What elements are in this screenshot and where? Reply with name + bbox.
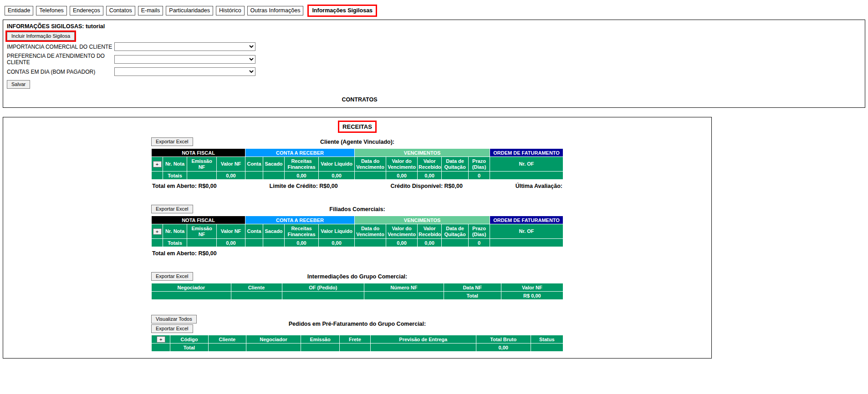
total-prazo-cell: 0	[469, 239, 490, 247]
cliente-summary-row: Total em Aberto: R$0,00 Limite de Crédit…	[151, 183, 563, 189]
ultima-avaliacao: Última Avaliação:	[516, 183, 562, 189]
tab-outras-informacoes[interactable]: Outras Informações	[247, 6, 304, 15]
col-header-negociador: Negociador	[152, 283, 231, 291]
col-header-sacado: Sacado	[263, 224, 284, 238]
group-header-vencimentos: VENCIMENTOS	[355, 149, 490, 157]
receitas-panel: RECEITAS Exportar Excel Cliente (Agente …	[3, 117, 712, 359]
total-cell	[152, 172, 163, 179]
total-valor-vencimento-cell: 0,00	[386, 172, 417, 179]
total-cell	[231, 292, 282, 299]
importancia-comercial-select[interactable]	[114, 42, 255, 51]
tab-emails[interactable]: E-mails	[138, 6, 163, 15]
filiados-section: Exportar Excel Filiados Comerciais: NOTA…	[151, 205, 563, 257]
total-valor-recebido-cell: 0,00	[418, 172, 441, 179]
tab-particularidades[interactable]: Particularidades	[166, 6, 213, 15]
col-header-valor-recebido: Valor Recebido	[418, 157, 441, 171]
total-cell	[152, 292, 231, 299]
exportar-excel-button[interactable]: Exportar Excel	[151, 272, 193, 281]
filiados-section-head: Exportar Excel Filiados Comerciais:	[151, 205, 563, 213]
col-header-valor-recebido: Valor Recebido	[418, 224, 441, 238]
contas-em-dia-select[interactable]	[114, 67, 255, 76]
pedidos-section-head: Visualizar Todos Exportar Excel Pedidos …	[151, 316, 563, 332]
tab-informacoes-sigilosas[interactable]: Informações Sigilosas	[307, 5, 377, 17]
col-header-nr-nota: Nr. Nota	[163, 157, 187, 171]
total-valor-nf-cell: 0,00	[217, 172, 245, 179]
group-header-ordem-de-faturamento: ORDEM DE FATURAMENTO	[490, 216, 563, 224]
visualizar-todos-button[interactable]: Visualizar Todos	[151, 315, 197, 323]
preferencia-atendimento-select[interactable]	[114, 55, 255, 64]
receitas-heading-row: RECEITAS	[3, 121, 711, 133]
totals-row: Totais 0,00 0,00 0,00 0,00 0,00 0	[152, 172, 563, 179]
col-header-conta: Conta	[245, 157, 263, 171]
totals-row: Total 0,00	[152, 343, 563, 351]
tab-contatos[interactable]: Contatos	[106, 6, 135, 15]
total-cell	[209, 343, 246, 351]
importancia-comercial-label: IMPORTANCIA COMERCIAL DO CLIENTE	[7, 44, 114, 50]
total-cell	[371, 343, 476, 351]
tab-entidade[interactable]: Entidade	[5, 6, 33, 15]
cliente-section-title: Cliente (Agente Vinculado):	[151, 138, 563, 146]
col-header-valor-liquido: Valor Líquido	[319, 224, 354, 238]
expand-column-header: +	[152, 224, 163, 238]
intermediacoes-table: Negociador Cliente OF (Pedido) Número NF…	[151, 283, 563, 300]
salvar-button[interactable]: Salvar	[7, 80, 30, 89]
col-header-codigo: Código	[170, 335, 208, 343]
col-header-conta: Conta	[245, 224, 263, 238]
field-row-preferencia: PREFERENCIA DE ATENDIMENTO DO CLIENTE	[7, 53, 861, 66]
total-receitas-financeiras-cell: 0,00	[285, 239, 318, 247]
tab-historico[interactable]: Histórico	[216, 6, 245, 15]
column-header-row: + Nr. Nota Emissão NF Valor NF Conta Sac…	[152, 224, 563, 238]
total-cell	[355, 172, 386, 179]
pedidos-table: + Código Cliente Negociador Emissão Fret…	[151, 335, 563, 352]
col-header-previsao-de-entrega: Previsão de Entrega	[371, 335, 476, 343]
col-header-of-pedido: OF (Pedido)	[282, 283, 364, 291]
total-cell	[301, 343, 339, 351]
expand-all-button[interactable]: +	[153, 228, 162, 235]
total-cell	[490, 239, 563, 247]
col-header-numero-nf: Número NF	[364, 283, 444, 291]
totais-label-cell: Totais	[163, 239, 187, 247]
total-value-cell: R$ 0,00	[501, 292, 563, 299]
tab-bar: Entidade Telefones Endereços Contatos E-…	[3, 0, 865, 20]
col-header-cliente: Cliente	[209, 335, 246, 343]
tab-telefones[interactable]: Telefones	[36, 6, 67, 15]
field-row-importancia: IMPORTANCIA COMERCIAL DO CLIENTE	[7, 42, 861, 51]
col-header-frete: Frete	[340, 335, 370, 343]
col-header-data-de-quitacao: Data de Quitação	[442, 224, 468, 238]
column-header-row: + Nr. Nota Emissão NF Valor NF Conta Sac…	[152, 157, 563, 171]
total-em-aberto: Total em Aberto: R$0,00	[152, 183, 217, 189]
exportar-excel-button[interactable]: Exportar Excel	[151, 324, 193, 333]
total-cell	[442, 172, 468, 179]
total-cell	[245, 239, 263, 247]
group-header-row: NOTA FISCAL CONTA A RECEBER VENCIMENTOS …	[152, 216, 563, 224]
incluir-informacao-sigilosa-button[interactable]: Incluir Informação Sigilosa	[7, 32, 75, 40]
expand-all-button[interactable]: +	[157, 336, 165, 343]
total-cell	[152, 343, 170, 351]
group-header-conta-a-receber: CONTA A RECEBER	[245, 149, 354, 157]
group-header-vencimentos: VENCIMENTOS	[355, 216, 490, 224]
total-cell	[152, 239, 163, 247]
total-cell	[364, 292, 444, 299]
cliente-section: Exportar Excel Cliente (Agente Vinculado…	[151, 138, 563, 189]
page: Entidade Telefones Endereços Contatos E-…	[0, 0, 868, 359]
total-label-cell: Total	[444, 292, 501, 299]
tab-enderecos[interactable]: Endereços	[70, 6, 103, 15]
total-cell	[340, 343, 370, 351]
total-bruto-value-cell: 0,00	[476, 343, 531, 351]
col-header-emissao-nf: Emissão NF	[187, 224, 216, 238]
group-header-nota-fiscal: NOTA FISCAL	[152, 149, 245, 157]
panel-heading: INFORMAÇÕES SIGILOSAS: tutorial	[7, 23, 861, 30]
exportar-excel-button[interactable]: Exportar Excel	[151, 137, 193, 146]
exportar-excel-button[interactable]: Exportar Excel	[151, 205, 193, 213]
cliente-table: NOTA FISCAL CONTA A RECEBER VENCIMENTOS …	[151, 148, 563, 180]
col-header-emissao-nf: Emissão NF	[187, 157, 216, 171]
receitas-heading: RECEITAS	[338, 121, 377, 133]
col-header-negociador: Negociador	[246, 335, 301, 343]
totals-row: Total R$ 0,00	[152, 292, 563, 299]
col-header-valor-nf: Valor NF	[501, 283, 563, 291]
cliente-section-head: Exportar Excel Cliente (Agente Vinculado…	[151, 138, 563, 146]
expand-all-button[interactable]: +	[153, 161, 162, 167]
col-header-data-do-vencimento: Data do Vencimento	[355, 224, 386, 238]
total-cell	[245, 172, 263, 179]
filiados-table: NOTA FISCAL CONTA A RECEBER VENCIMENTOS …	[151, 216, 563, 247]
